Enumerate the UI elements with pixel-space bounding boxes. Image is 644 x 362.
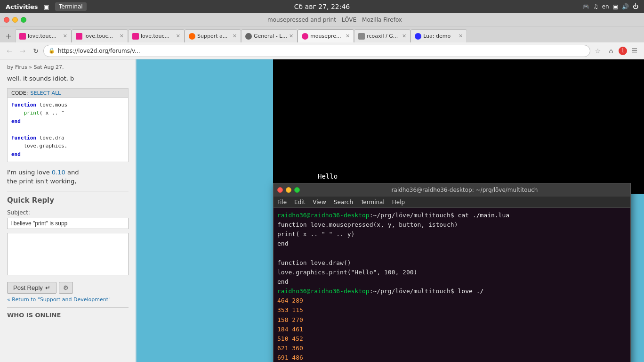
terminal-menubar: File Edit View Search Terminal Help [274,197,630,208]
term-cmd2-dollar: $ [451,288,458,295]
terminal-max-btn[interactable] [294,187,300,193]
steam-icon[interactable]: 🎮 [582,3,589,10]
term-coord-1: 464 289 [277,296,627,305]
volume-icon[interactable]: 🔊 [622,3,629,10]
term-coord-6: 621 360 [277,344,627,353]
tab-label-3: love.touc... [141,33,169,39]
terminal-min-btn[interactable] [286,187,291,193]
term-cmd1-dollar: $ [451,212,458,219]
tab-label-4: Support a... [197,33,227,39]
system-clock: Сб авг 27, 22:46 [294,3,350,10]
reply-textarea[interactable] [7,233,129,275]
tab-2[interactable]: love.touc... ✕ [72,29,128,42]
terminal-menu-edit[interactable]: Edit [294,199,305,206]
tab-favicon-7 [358,33,365,40]
tab-label-6: mousepre... [310,33,341,39]
address-bar[interactable]: 🔒 https://love2d.org/forums/v... [43,45,590,57]
terminal-menu-view[interactable]: View [313,199,326,206]
code-line-4 [11,125,124,134]
tab-favicon-1 [19,33,26,40]
love-hello-text: Hello [318,173,338,180]
tab-close-6[interactable]: ✕ [346,33,350,39]
post-reply-button[interactable]: Post Reply ↵ [7,282,56,294]
tab-close-4[interactable]: ✕ [233,33,237,39]
display-icon[interactable]: ▣ [613,3,618,10]
quick-reply-title: Quick Reply [7,191,129,205]
language-indicator[interactable]: en [602,3,609,10]
reload-button[interactable]: ↻ [30,45,41,57]
terminal-window[interactable]: raidho36@raidho36-desktop: ~/prg/löve/mu… [273,183,631,362]
home-button[interactable]: ⌂ [605,45,617,57]
window-max-btn[interactable] [21,17,26,23]
term-coord-7: 691 486 [277,353,627,362]
menu-button[interactable]: ☰ [629,45,640,57]
terminal-output-line3: end [277,239,627,248]
settings-icon: ⚙ [63,284,69,291]
tab-close-7[interactable]: ✕ [402,33,406,39]
love-app-window[interactable]: Hello [273,59,644,194]
tab-1[interactable]: love.touc... ✕ [15,29,72,42]
tab-favicon-8 [415,33,421,40]
term-cmd2-text: love ./ [458,288,484,295]
post-meta: by Firus » Sat Aug 27, [7,64,129,70]
browser-titlebar: mousepressed and print - LÖVE - Mozilla … [0,13,644,26]
tab-favicon-4 [189,33,195,40]
tab-4[interactable]: Support a... ✕ [185,29,241,42]
notification-badge[interactable]: 1 [619,47,627,55]
terminal-menu-help[interactable]: Help [392,199,405,206]
tab-5[interactable]: General - L... ✕ [241,29,298,42]
terminal-menu-file[interactable]: File [277,199,287,206]
return-link[interactable]: « Return to "Support and Development" [7,296,129,303]
code-block-header: CODE: SELECT ALL [7,88,129,98]
term-path-2: :~/prg/löve/multitouch [370,288,451,295]
terminal-menu-terminal[interactable]: Terminal [361,199,385,206]
tab-label-2: love.touc... [84,33,113,39]
tab-3[interactable]: love.touc... ✕ [128,29,185,42]
terminal-taskbar-btn[interactable]: Terminal [55,2,87,11]
address-text: https://love2d.org/forums/v... [58,48,585,54]
code-line-3: end [11,117,124,126]
terminal-menu-search[interactable]: Search [334,199,353,206]
window-close-btn[interactable] [4,17,9,23]
btn-row: Post Reply ↵ ⚙ [7,282,129,294]
post-intro-text: well, it sounds idiot, b [7,74,129,83]
music-icon[interactable]: ♫ [593,3,598,10]
power-icon[interactable]: ⏻ [633,3,638,10]
tab-7[interactable]: rcoaxil / G... ✕ [354,29,411,42]
new-tab-button[interactable]: + [2,29,15,42]
term-cmd1-text: cat ./main.lua [458,212,510,219]
tab-close-8[interactable]: ✕ [459,33,463,39]
window-min-btn[interactable] [12,17,18,23]
tab-label-5: General - L... [254,33,287,39]
forward-button[interactable]: → [17,45,28,57]
activities-button[interactable]: Activities [6,3,38,10]
code-line-7: end [11,150,124,159]
terminal-close-btn[interactable] [277,187,283,193]
select-all-link[interactable]: SELECT ALL [30,90,61,96]
code-line-1: function love.mous [11,101,124,109]
code-label: CODE: [11,90,28,96]
tab-label-8: Lua: demo [423,33,451,39]
forum-inner: by Firus » Sat Aug 27, well, it sounds i… [0,59,136,362]
back-button[interactable]: ← [4,45,15,57]
nav-right-buttons: ☆ ⌂ 1 ☰ [592,45,640,57]
subject-label: Subject: [7,209,129,216]
tab-6-active[interactable]: mousepre... ✕ [298,29,354,42]
tab-close-2[interactable]: ✕ [120,33,124,39]
code-block: function love.mous print( x .. " end fun… [7,98,129,162]
term-coord-5: 510 452 [277,334,627,344]
terminal-title: raidho36@raidho36-desktop: ~/prg/löve/mu… [303,187,627,193]
subject-input[interactable] [7,218,129,229]
love-version-link[interactable]: 0.10 [52,169,65,176]
tab-favicon-3 [132,33,139,40]
browser-title: mousepressed and print - LÖVE - Mozilla … [29,16,640,23]
tab-favicon-2 [76,33,82,40]
tab-close-3[interactable]: ✕ [176,33,180,39]
term-coord-3: 158 270 [277,315,627,325]
tab-close-1[interactable]: ✕ [63,33,67,39]
tab-close-5[interactable]: ✕ [289,33,293,39]
bookmark-button[interactable]: ☆ [592,45,604,57]
reply-settings-button[interactable]: ⚙ [59,282,73,294]
forum-panel: by Firus » Sat Aug 27, well, it sounds i… [0,59,137,362]
tab-8[interactable]: Lua: demo ✕ [411,29,467,42]
